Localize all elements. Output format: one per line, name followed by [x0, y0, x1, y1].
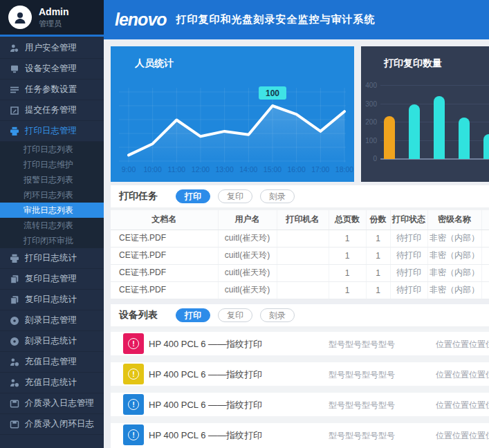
disc-icon	[10, 337, 19, 346]
print-tasks-header: 打印任务 打印复印刻录	[111, 185, 489, 207]
alert-icon: !	[128, 338, 139, 349]
user-role: 管理员	[39, 19, 62, 29]
table-cell: 待打印	[390, 247, 427, 264]
sidebar-item-label: 用户安全管理	[25, 42, 77, 54]
table-cell	[481, 281, 489, 299]
table-cell: CE证书.PDF	[111, 230, 218, 247]
table-cell: 1	[366, 281, 390, 299]
sidebar-item[interactable]: 介质录入闭环日志	[0, 414, 104, 435]
sidebar-item[interactable]: 刻录日志统计	[0, 331, 104, 352]
sidebar-subitem[interactable]: 打印日志维护	[0, 157, 104, 172]
device-row[interactable]: !HP 400 PCL 6 ——指纹打印型号型号型号型号位置位置位置位置	[111, 423, 489, 447]
sidebar-item[interactable]: 打印日志统计	[0, 248, 104, 269]
svg-text:16:00: 16:00	[288, 165, 306, 174]
device-list-header: 设备列表 打印复印刻录	[111, 304, 489, 326]
recharge-icon	[10, 357, 19, 367]
svg-text:11:00: 11:00	[168, 165, 186, 174]
sidebar-item[interactable]: 充值日志管理	[0, 352, 104, 373]
device-location: 位置位置位置位置	[436, 400, 489, 411]
tab-burn[interactable]: 刻录	[260, 308, 295, 322]
sidebar-item[interactable]: 复印日志管理	[0, 269, 104, 290]
device-list-title: 设备列表	[119, 309, 158, 321]
y-axis-tick: 400	[361, 82, 377, 89]
sidebar-subitem[interactable]: 审批日志列表	[0, 203, 104, 218]
table-cell: 1	[329, 281, 366, 299]
app-title: 打印复印和光盘刻录安全监控与审计系统	[176, 13, 376, 26]
table-cell: 1	[366, 264, 390, 281]
sidebar-item[interactable]: 用户安全管理	[0, 38, 104, 59]
device-rows: !HP 400 PCL 6 ——指纹打印型号型号型号型号位置位置位置位置!HP …	[111, 329, 489, 447]
alert-icon: !	[128, 429, 139, 440]
charts-row: 人员统计 1009:0010:0011:0012:0013:0014:0015:…	[111, 46, 489, 182]
tab-copy[interactable]: 复印	[218, 189, 252, 203]
avatar[interactable]	[8, 6, 32, 29]
sidebar-item[interactable]: 充值日志统计	[0, 373, 104, 393]
users-icon	[10, 44, 19, 53]
sidebar-item-label: 打印日志统计	[25, 252, 77, 264]
sidebar-item[interactable]: 任务参数设置	[0, 80, 104, 100]
table-cell: cuitl(崔天玲)	[218, 264, 277, 281]
tab-copy[interactable]: 复印	[218, 308, 252, 322]
device-location: 位置位置位置位置	[436, 339, 489, 351]
table-row[interactable]: CE证书.PDFcuitl(崔天玲)11待打印非密（内部）	[111, 264, 489, 281]
bar	[434, 96, 445, 159]
alert-icon: !	[128, 399, 139, 410]
table-cell: 1	[329, 264, 366, 281]
table-cell: 非密（内部）	[427, 264, 481, 281]
device-status-icon: !	[123, 364, 144, 384]
print-copy-count-panel: 打印复印数量 4003002001000	[361, 46, 489, 182]
table-cell: cuitl(崔天玲)	[218, 247, 277, 264]
sidebar-item-label: 充值日志统计	[25, 377, 77, 389]
y-axis-tick: 100	[361, 137, 377, 144]
device-row[interactable]: !HP 400 PCL 6 ——指纹打印型号型号型号型号位置位置位置位置	[111, 362, 489, 386]
sidebar-item[interactable]: 设备安全管理	[0, 59, 104, 80]
sidebar-item[interactable]: 打印日志管理	[0, 121, 104, 142]
svg-text:12:00: 12:00	[192, 165, 210, 174]
sidebar-subitem[interactable]: 打印日志列表	[0, 142, 104, 157]
sidebar-item[interactable]: 刻录日志管理	[0, 310, 104, 331]
sidebar-subitem[interactable]: 打印闭环审批	[0, 233, 104, 248]
svg-text:9:00: 9:00	[122, 165, 136, 174]
submit-icon	[10, 106, 19, 115]
y-axis-tick: 200	[361, 118, 377, 126]
svg-text:100: 100	[266, 88, 279, 98]
table-cell: 待打印	[390, 230, 427, 247]
table-row[interactable]: CE证书.PDFcuitl(崔天玲)11待打印非密（内部）	[111, 247, 489, 264]
sidebar-subitem[interactable]: 闭环日志列表	[0, 187, 104, 203]
table-cell: CE证书.PDF	[111, 247, 218, 264]
tab-print[interactable]: 打印	[176, 308, 210, 322]
device-row[interactable]: !HP 400 PCL 6 ——指纹打印型号型号型号型号位置位置位置位置	[111, 332, 489, 355]
sidebar-item-label: 任务参数设置	[25, 84, 77, 95]
person-icon	[12, 10, 28, 25]
table-cell: 待打印	[390, 264, 427, 281]
table-cell	[481, 230, 489, 247]
tab-print[interactable]: 打印	[176, 189, 210, 203]
sidebar-item[interactable]: 复印日志统计	[0, 290, 104, 310]
print-tasks-table: 文档名用户名打印机名总页数份数打印状态密级名称CE证书.PDFcuitl(崔天玲…	[111, 210, 489, 299]
sidebar-item[interactable]: 介质录入日志管理	[0, 393, 104, 414]
device-model: 型号型号型号型号	[329, 339, 395, 351]
column-header: 总页数	[329, 210, 366, 230]
table-cell	[277, 264, 329, 281]
sidebar-subitem[interactable]: 报警日志列表	[0, 172, 104, 187]
svg-text:15:00: 15:00	[264, 165, 282, 174]
sidebar-item-label: 复印日志管理	[25, 273, 77, 285]
table-row[interactable]: CE证书.PDFcuitl(崔天玲)11待打印非密（内部）	[111, 281, 489, 299]
table-cell: 1	[366, 247, 390, 264]
copy-icon	[10, 295, 19, 305]
sidebar-item-label: 刻录日志统计	[25, 335, 77, 347]
tab-burn[interactable]: 刻录	[260, 189, 295, 203]
table-cell	[277, 230, 329, 247]
sidebar-item-label: 设备安全管理	[25, 63, 77, 75]
device-row[interactable]: !HP 400 PCL 6 ——指纹打印型号型号型号型号位置位置位置位置	[111, 393, 489, 416]
sidebar-item[interactable]: 提交任务管理	[0, 100, 104, 121]
gridline	[380, 85, 489, 86]
table-row[interactable]: CE证书.PDFcuitl(崔天玲)11待打印非密（内部）	[111, 230, 489, 247]
print-tasks-title: 打印任务	[119, 190, 158, 203]
device-list-panel: 设备列表 打印复印刻录 !HP 400 PCL 6 ——指纹打印型号型号型号型号…	[111, 304, 489, 448]
column-header: 份数	[366, 210, 390, 230]
sidebar-subitem[interactable]: 流转日志列表	[0, 218, 104, 233]
svg-text:18:00: 18:00	[335, 165, 353, 174]
table-cell: 非密（内部）	[427, 230, 481, 247]
bar	[459, 118, 470, 159]
